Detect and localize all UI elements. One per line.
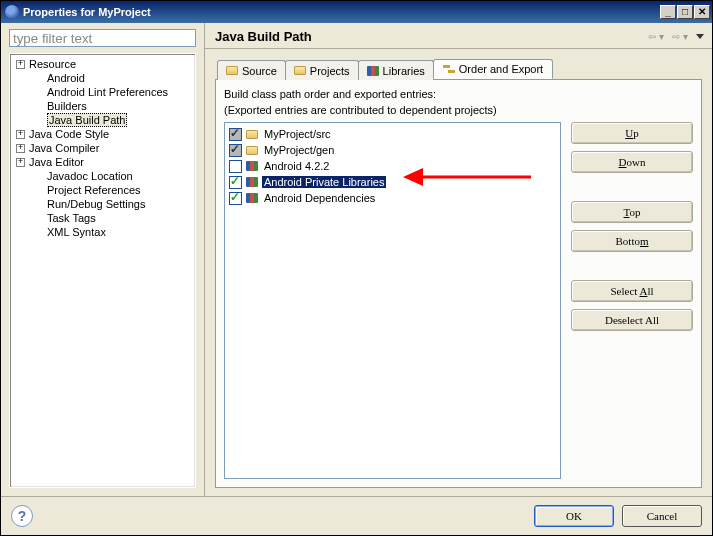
expand-icon[interactable]: + bbox=[16, 60, 25, 69]
list-item-label: Android Dependencies bbox=[262, 192, 377, 204]
tree-item[interactable]: XML Syntax bbox=[12, 225, 193, 239]
top-button[interactable]: Top bbox=[571, 201, 693, 223]
up-button[interactable]: Up bbox=[571, 122, 693, 144]
tab-order-export[interactable]: Order and Export bbox=[433, 59, 553, 79]
folder-icon bbox=[226, 66, 238, 75]
ok-button[interactable]: OK bbox=[534, 505, 614, 527]
tree-item-label: Android bbox=[47, 72, 85, 84]
tree-item[interactable]: Builders bbox=[12, 99, 193, 113]
folder-icon bbox=[246, 146, 258, 155]
minimize-button[interactable]: _ bbox=[660, 5, 676, 19]
expand-icon[interactable]: + bbox=[16, 130, 25, 139]
checkbox bbox=[229, 144, 242, 157]
folder-icon bbox=[246, 130, 258, 139]
expand-icon[interactable]: + bbox=[16, 144, 25, 153]
page-title: Java Build Path bbox=[215, 29, 648, 44]
forward-button[interactable]: ⇨ ▾ bbox=[672, 31, 688, 42]
checkbox[interactable] bbox=[229, 192, 242, 205]
tree-item-label: Task Tags bbox=[47, 212, 96, 224]
library-icon bbox=[246, 177, 258, 187]
tree-item[interactable]: Javadoc Location bbox=[12, 169, 193, 183]
titlebar: Properties for MyProject _ □ ✕ bbox=[1, 1, 712, 23]
cancel-button[interactable]: Cancel bbox=[622, 505, 702, 527]
help-text-2: (Exported entries are contributed to dep… bbox=[224, 104, 693, 116]
dialog-footer: ? OK Cancel bbox=[1, 496, 712, 535]
tab-libraries[interactable]: Libraries bbox=[358, 60, 434, 80]
tab-panel: Build class path order and exported entr… bbox=[215, 79, 702, 488]
tree-item-label: Java Build Path bbox=[47, 113, 127, 127]
view-menu-button[interactable] bbox=[696, 34, 704, 39]
tree-item[interactable]: Project References bbox=[12, 183, 193, 197]
eclipse-icon bbox=[5, 5, 19, 19]
tree-item-label: Javadoc Location bbox=[47, 170, 133, 182]
list-item-label: Android Private Libraries bbox=[262, 176, 386, 188]
help-icon[interactable]: ? bbox=[11, 505, 33, 527]
tree-item-label: Project References bbox=[47, 184, 141, 196]
tree-item[interactable]: Android Lint Preferences bbox=[12, 85, 193, 99]
tree-item-label: Builders bbox=[47, 100, 87, 112]
tree-item-label: XML Syntax bbox=[47, 226, 106, 238]
list-item[interactable]: Android Private Libraries bbox=[227, 174, 558, 190]
tree-item[interactable]: +Resource bbox=[12, 57, 193, 71]
library-icon bbox=[367, 66, 379, 76]
down-button[interactable]: Down bbox=[571, 151, 693, 173]
checkbox[interactable] bbox=[229, 176, 242, 189]
category-tree[interactable]: +ResourceAndroidAndroid Lint Preferences… bbox=[9, 53, 196, 488]
list-item-label: MyProject/src bbox=[262, 128, 333, 140]
back-button[interactable]: ⇦ ▾ bbox=[648, 31, 664, 42]
filter-input[interactable] bbox=[9, 29, 196, 47]
checkbox[interactable] bbox=[229, 160, 242, 173]
window-title: Properties for MyProject bbox=[23, 6, 660, 18]
tree-item-label: Android Lint Preferences bbox=[47, 86, 168, 98]
list-item-label: MyProject/gen bbox=[262, 144, 336, 156]
tree-item[interactable]: +Java Code Style bbox=[12, 127, 193, 141]
list-item[interactable]: Android 4.2.2 bbox=[227, 158, 558, 174]
tab-projects[interactable]: Projects bbox=[285, 60, 359, 80]
library-icon bbox=[246, 161, 258, 171]
library-icon bbox=[246, 193, 258, 203]
tree-item[interactable]: Android bbox=[12, 71, 193, 85]
folder-icon bbox=[294, 66, 306, 75]
classpath-list[interactable]: MyProject/srcMyProject/genAndroid 4.2.2A… bbox=[224, 122, 561, 479]
close-button[interactable]: ✕ bbox=[694, 5, 710, 19]
tree-item-label: Java Editor bbox=[29, 156, 84, 168]
tree-item-label: Run/Debug Settings bbox=[47, 198, 145, 210]
list-item[interactable]: Android Dependencies bbox=[227, 190, 558, 206]
select-all-button[interactable]: Select All bbox=[571, 280, 693, 302]
maximize-button[interactable]: □ bbox=[677, 5, 693, 19]
tree-item[interactable]: +Java Editor bbox=[12, 155, 193, 169]
tree-item[interactable]: Java Build Path bbox=[12, 113, 193, 127]
tree-item-label: Java Code Style bbox=[29, 128, 109, 140]
tree-item[interactable]: +Java Compiler bbox=[12, 141, 193, 155]
expand-icon[interactable]: + bbox=[16, 158, 25, 167]
tree-item[interactable]: Task Tags bbox=[12, 211, 193, 225]
bottom-button[interactable]: Bottom bbox=[571, 230, 693, 252]
tab-source[interactable]: Source bbox=[217, 60, 286, 80]
properties-dialog: Properties for MyProject _ □ ✕ +Resource… bbox=[0, 0, 713, 536]
order-icon bbox=[443, 63, 455, 75]
tree-item-label: Java Compiler bbox=[29, 142, 99, 154]
checkbox bbox=[229, 128, 242, 141]
list-item[interactable]: MyProject/src bbox=[227, 126, 558, 142]
help-text-1: Build class path order and exported entr… bbox=[224, 88, 693, 100]
tree-item-label: Resource bbox=[29, 58, 76, 70]
deselect-all-button[interactable]: Deselect All bbox=[571, 309, 693, 331]
tab-bar: Source Projects Libraries Order and Expo… bbox=[215, 60, 702, 80]
list-item[interactable]: MyProject/gen bbox=[227, 142, 558, 158]
list-item-label: Android 4.2.2 bbox=[262, 160, 331, 172]
tree-item[interactable]: Run/Debug Settings bbox=[12, 197, 193, 211]
right-panel: Java Build Path ⇦ ▾ ⇨ ▾ Source Projects bbox=[205, 23, 712, 496]
left-panel: +ResourceAndroidAndroid Lint Preferences… bbox=[1, 23, 205, 496]
